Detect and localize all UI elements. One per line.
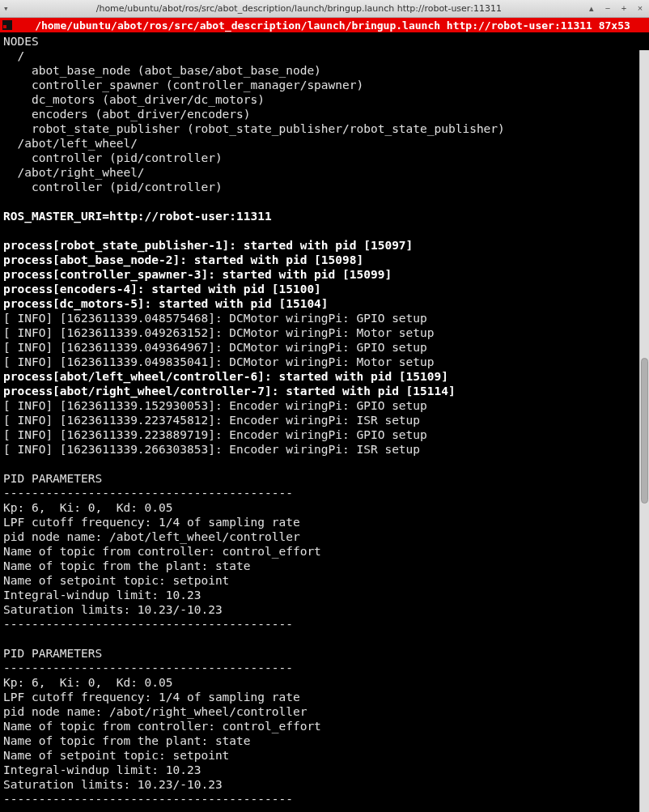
terminal-line: [ INFO] [1623611339.049263152]: DCMotor … [3,325,646,340]
terminal-line: process[abot_base_node-2]: started with … [3,253,646,267]
maximize-button[interactable]: + [618,3,630,14]
titlebar-menu-icon[interactable]: ▾ [3,3,9,14]
scrollbar-track[interactable] [639,50,649,812]
terminal-line: controller (pid/controller) [3,180,646,194]
terminal-line: [ INFO] [1623611339.223745812]: Encoder … [3,413,646,427]
terminal-line: LPF cutoff frequency: 1/4 of sampling ra… [3,690,646,704]
terminal-line: ----------------------------------------… [3,792,646,806]
terminal-line: ----------------------------------------… [3,486,646,500]
terminal-line: Name of setpoint topic: setpoint [3,748,646,763]
terminal-line: [ INFO] [1623611339.049835041]: DCMotor … [3,355,646,369]
close-button[interactable]: × [634,3,646,14]
terminal-line: [ INFO] [1623611339.048575468]: DCMotor … [3,311,646,325]
terminal-line: Name of setpoint topic: setpoint [3,573,646,588]
minimize-button[interactable]: − [602,3,613,14]
window-controls: ▴ − + × [586,3,646,14]
terminal-output[interactable]: NODES / abot_base_node (abot_base/abot_b… [0,32,649,808]
terminal-line: controller_spawner (controller_manager/s… [3,78,646,92]
terminal-line: [ INFO] [1623611339.266303853]: Encoder … [3,442,646,457]
terminal-line: robot_state_publisher (robot_state_publi… [3,121,646,136]
terminal-app-icon [2,19,13,31]
svg-rect-1 [3,25,6,28]
terminal-line: dc_motors (abot_driver/dc_motors) [3,92,646,107]
window-titlebar[interactable]: ▾ /home/ubuntu/abot/ros/src/abot_descrip… [0,0,649,18]
terminal-line: pid node name: /abot/right_wheel/control… [3,704,646,719]
terminal-tab-bar[interactable]: /home/ubuntu/abot/ros/src/abot_descripti… [0,18,649,32]
terminal-line: ROS_MASTER_URI=http://robot-user:11311 [3,209,646,223]
terminal-line: / [3,49,646,63]
terminal-line: [ INFO] [1623611339.152930053]: Encoder … [3,398,646,413]
terminal-line: [ INFO] [1623611339.223889719]: Encoder … [3,427,646,442]
terminal-line [3,223,646,238]
terminal-line: Kp: 6, Ki: 0, Kd: 0.05 [3,675,646,690]
terminal-line: process[abot/right_wheel/controller-7]: … [3,384,646,398]
terminal-line: Name of topic from controller: control_e… [3,544,646,559]
terminal-line: Integral-windup limit: 10.23 [3,763,646,777]
terminal-line: /abot/left_wheel/ [3,136,646,151]
terminal-line: abot_base_node (abot_base/abot_base_node… [3,63,646,78]
terminal-line: process[robot_state_publisher-1]: starte… [3,238,646,253]
terminal-line: Name of topic from the plant: state [3,559,646,573]
terminal-line: /abot/right_wheel/ [3,165,646,180]
terminal-line: LPF cutoff frequency: 1/4 of sampling ra… [3,515,646,529]
terminal-line: Name of topic from controller: control_e… [3,719,646,733]
terminal-line: Integral-windup limit: 10.23 [3,588,646,602]
terminal-line: Name of topic from the plant: state [3,733,646,748]
terminal-line: process[encoders-4]: started with pid [1… [3,282,646,296]
terminal-line: Saturation limits: 10.23/-10.23 [3,602,646,617]
terminal-line: PID PARAMETERS [3,646,646,661]
terminal-line: Kp: 6, Ki: 0, Kd: 0.05 [3,500,646,515]
terminal-line: PID PARAMETERS [3,471,646,486]
terminal-line: pid node name: /abot/left_wheel/controll… [3,529,646,544]
terminal-line [3,194,646,209]
terminal-line [3,631,646,646]
terminal-tab-label: /home/ubuntu/abot/ros/src/abot_descripti… [18,19,647,32]
terminal-line: ----------------------------------------… [3,617,646,631]
terminal-line: controller (pid/controller) [3,151,646,165]
terminal-line: ----------------------------------------… [3,661,646,675]
terminal-line: process[dc_motors-5]: started with pid [… [3,296,646,311]
terminal-line: encoders (abot_driver/encoders) [3,107,646,121]
terminal-line [3,457,646,471]
terminal-line: NODES [3,34,646,49]
window-title: /home/ubuntu/abot/ros/src/abot_descripti… [12,3,586,14]
terminal-line: [ INFO] [1623611339.049364967]: DCMotor … [3,340,646,355]
terminal-line: Saturation limits: 10.23/-10.23 [3,777,646,792]
terminal-line: process[controller_spawner-3]: started w… [3,267,646,282]
terminal-line: process[abot/left_wheel/controller-6]: s… [3,369,646,384]
scrollbar-thumb[interactable] [641,358,648,504]
rollup-button[interactable]: ▴ [586,3,597,14]
